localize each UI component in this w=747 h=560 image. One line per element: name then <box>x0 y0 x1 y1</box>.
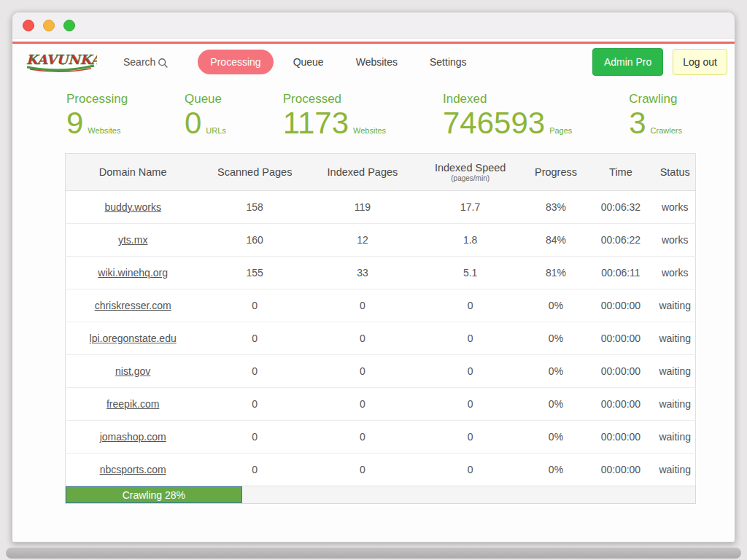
speed-cell: 0 <box>416 322 525 355</box>
header-progress: Progress <box>525 154 587 191</box>
indexed-cell: 0 <box>309 454 416 486</box>
admin-pro-button[interactable]: Admin Pro <box>592 48 663 76</box>
speed-cell: 0 <box>416 388 525 421</box>
stat-indexed: Indexed746593Pages <box>443 92 572 139</box>
crawl-progress-fill: Crawling 28% <box>66 486 242 503</box>
time-cell: 00:06:32 <box>587 191 654 224</box>
header-time: Time <box>587 154 654 191</box>
stat-value: 0 <box>185 108 201 139</box>
speed-cell: 0 <box>416 355 525 388</box>
time-cell: 00:00:00 <box>587 388 654 421</box>
table-header-row: Domain Name Scanned Pages Indexed Pages … <box>66 154 696 191</box>
header-speed-label: Indexed Speed <box>435 162 506 174</box>
indexed-cell: 119 <box>309 191 416 224</box>
search-control[interactable]: Search <box>123 56 169 69</box>
logout-button[interactable]: Log out <box>673 49 727 75</box>
stat-crawling: Crawling3Crawlers <box>629 92 682 139</box>
stat-label: Processed <box>283 92 386 106</box>
progress-cell: 81% <box>525 257 587 289</box>
progress-cell: 0% <box>525 421 587 454</box>
stat-label: Processing <box>66 92 128 106</box>
domain-link[interactable]: chriskresser.com <box>95 300 171 311</box>
stat-value: 1173 <box>283 108 349 139</box>
stats-row: Processing9WebsitesQueue0URLsProcessed11… <box>66 92 682 139</box>
status-cell: works <box>654 257 695 289</box>
speed-cell: 0 <box>416 454 525 486</box>
table-row: wiki.winehq.org155335.181%00:06:11works <box>66 257 696 289</box>
progress-cell: 0% <box>525 454 587 486</box>
domain-link[interactable]: buddy.works <box>104 201 161 213</box>
nav-item-processing[interactable]: Processing <box>198 50 273 74</box>
status-cell: waiting <box>654 421 695 454</box>
time-cell: 00:00:00 <box>587 421 654 454</box>
nav-item-queue[interactable]: Queue <box>281 50 336 74</box>
header-speed: Indexed Speed (pages/min) <box>416 154 525 191</box>
progress-cell: 0% <box>525 289 587 322</box>
status-cell: waiting <box>654 355 695 388</box>
domain-link[interactable]: lpi.oregonstate.edu <box>90 332 177 344</box>
table-row: jomashop.com0000%00:00:00waiting <box>66 421 696 454</box>
crawl-progress-label: Crawling 28% <box>123 489 185 501</box>
scanned-cell: 0 <box>200 388 309 421</box>
table-row: nist.gov0000%00:00:00waiting <box>66 355 696 388</box>
stat-unit: Pages <box>549 126 572 135</box>
status-cell: works <box>654 191 695 224</box>
progress-cell: 0% <box>525 355 587 388</box>
nav-item-websites[interactable]: Websites <box>344 50 410 74</box>
header-status: Status <box>654 154 695 191</box>
status-cell: waiting <box>654 388 695 421</box>
domain-link[interactable]: nbcsports.com <box>100 464 166 475</box>
app-window: KAVUNKA Search ProcessingQueueWebsitesSe… <box>12 12 735 542</box>
header-scanned: Scanned Pages <box>200 154 309 191</box>
table-row: buddy.works15811917.783%00:06:32works <box>66 191 696 224</box>
indexed-cell: 0 <box>309 322 416 355</box>
domain-cell: wiki.winehq.org <box>66 257 201 289</box>
svg-text:KAVUNKA: KAVUNKA <box>26 52 97 67</box>
scanned-cell: 0 <box>200 421 309 454</box>
stat-processed: Processed1173Websites <box>283 92 386 139</box>
table-row: chriskresser.com0000%00:00:00waiting <box>66 289 696 322</box>
time-cell: 00:00:00 <box>587 289 654 322</box>
domain-link[interactable]: nist.gov <box>115 365 150 377</box>
time-cell: 00:00:00 <box>587 355 654 388</box>
stat-unit: URLs <box>206 126 226 135</box>
domain-cell: yts.mx <box>66 224 201 257</box>
table-row: nbcsports.com0000%00:00:00waiting <box>66 454 696 486</box>
domain-link[interactable]: freepik.com <box>107 398 159 410</box>
stat-value: 3 <box>629 108 646 139</box>
progress-cell: 0% <box>525 388 587 421</box>
nav-item-settings[interactable]: Settings <box>417 50 479 74</box>
navbar: KAVUNKA Search ProcessingQueueWebsitesSe… <box>12 44 735 80</box>
stat-processing: Processing9Websites <box>66 92 128 139</box>
speed-cell: 0 <box>416 289 525 322</box>
domain-link[interactable]: jomashop.com <box>100 431 166 443</box>
scanned-cell: 0 <box>200 289 309 322</box>
minimize-button[interactable] <box>43 20 55 31</box>
horizontal-scrollbar[interactable] <box>6 548 741 559</box>
stat-queue: Queue0URLs <box>185 92 226 139</box>
speed-cell: 1.8 <box>416 224 525 257</box>
indexed-cell: 12 <box>309 224 416 257</box>
scanned-cell: 0 <box>200 355 309 388</box>
navbar-actions: Admin Pro Log out <box>592 48 727 76</box>
time-cell: 00:06:11 <box>587 257 654 289</box>
close-button[interactable] <box>23 20 34 31</box>
domain-link[interactable]: wiki.winehq.org <box>98 267 168 279</box>
status-cell: works <box>654 224 695 257</box>
speed-cell: 5.1 <box>416 257 525 289</box>
stat-label: Indexed <box>443 92 572 106</box>
domain-cell: jomashop.com <box>66 421 201 454</box>
stat-unit: Crawlers <box>651 126 682 135</box>
speed-cell: 17.7 <box>416 191 525 224</box>
kavunka-logo: KAVUNKA <box>24 47 97 77</box>
search-label: Search <box>123 56 155 68</box>
domain-link[interactable]: yts.mx <box>118 234 147 246</box>
maximize-button[interactable] <box>63 20 75 31</box>
domain-cell: buddy.works <box>66 191 201 224</box>
time-cell: 00:06:22 <box>587 224 654 257</box>
progress-cell: 0% <box>525 322 587 355</box>
scanned-cell: 158 <box>200 191 309 224</box>
domain-cell: lpi.oregonstate.edu <box>66 322 201 355</box>
header-speed-subtitle: (pages/min) <box>420 174 521 182</box>
window-titlebar <box>12 12 735 39</box>
